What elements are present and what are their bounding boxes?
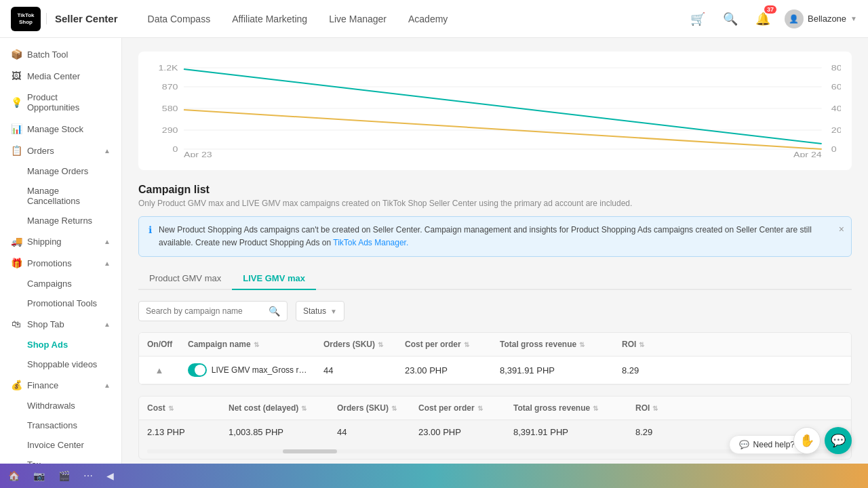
sort-icon[interactable]: ⇅	[378, 341, 383, 348]
sidebar-item-batch-tool[interactable]: 📦 Batch Tool	[0, 43, 121, 65]
sub-th-orders: Orders (SKU) ⇅	[329, 396, 410, 420]
sidebar-sub-shoppable-videos[interactable]: Shoppable videos	[0, 354, 121, 374]
tab-product-gmv-max[interactable]: Product GMV max	[138, 268, 232, 290]
sidebar-item-shipping[interactable]: 🚚 Shipping ▲	[0, 230, 121, 252]
sidebar-label: Batch Tool	[27, 49, 68, 60]
sidebar-sub-manage-returns[interactable]: Manage Returns	[0, 211, 121, 230]
sidebar-label: Finance	[27, 380, 58, 390]
tiktok-ads-manager-link-1[interactable]: TikTok Ads Manager.	[333, 238, 408, 247]
nav-affiliate-marketing[interactable]: Affiliate Marketing	[224, 9, 315, 28]
sort-icon[interactable]: ⇅	[593, 405, 598, 412]
sidebar-sub-manage-orders[interactable]: Manage Orders	[0, 161, 121, 181]
th-on-off: On/Off	[139, 333, 180, 356]
nav-live-manager[interactable]: Live Manager	[321, 9, 395, 28]
svg-text:60: 60	[831, 83, 841, 91]
sidebar-sub-campaigns[interactable]: Campaigns	[0, 274, 121, 293]
banner-close-button[interactable]: ×	[839, 224, 844, 235]
notification-badge: 37	[764, 5, 776, 14]
search-icon-button[interactable]: 🔍	[719, 8, 741, 30]
sub-th-roi: ROI ⇅	[627, 396, 682, 420]
sidebar-label: Media Center	[27, 71, 80, 81]
sub-th-net-cost: Net cost (delayed) ⇅	[220, 396, 329, 420]
table-header: On/Off Campaign name ⇅ Orders (SKU) ⇅ Co…	[139, 333, 851, 357]
user-area[interactable]: 👤 Bellazone ▼	[785, 9, 857, 28]
sidebar-sub-transactions[interactable]: Transactions	[0, 415, 121, 435]
bottom-bar: 🏠 📷 🎬 ⋯ ◀	[0, 464, 868, 488]
main-content: 1.2K 870 580 290 0 80 60 40 20 0	[122, 38, 868, 488]
bottom-camera-icon[interactable]: 📷	[33, 470, 45, 481]
sidebar-item-orders[interactable]: 📋 Orders ▲	[0, 140, 121, 161]
sidebar-item-promotions[interactable]: 🎁 Promotions ▲	[0, 252, 121, 274]
sort-icon[interactable]: ⇅	[464, 341, 469, 348]
promotions-icon: 🎁	[11, 258, 22, 268]
search-input[interactable]	[146, 306, 264, 316]
sidebar-sub-shop-ads[interactable]: Shop Ads	[0, 335, 121, 354]
toggle-dot	[195, 365, 205, 375]
sub-row-orders: 44	[329, 420, 410, 444]
bottom-home-icon[interactable]: 🏠	[8, 470, 20, 481]
tiktok-logo: TikTok Shop	[11, 7, 41, 31]
svg-text:0: 0	[173, 146, 178, 153]
sidebar-label: Shop Tab	[27, 319, 64, 329]
nav-data-compass[interactable]: Data Compass	[140, 9, 219, 28]
th-total-gross: Total gross revenue ⇅	[492, 333, 614, 356]
sub-row-net-cost: 1,003.85 PHP	[220, 420, 329, 444]
sidebar-label: Manage Stock	[27, 124, 83, 134]
row-expand-button[interactable]: ▲	[139, 357, 180, 384]
svg-text:870: 870	[162, 83, 178, 91]
notification-button[interactable]: 🔔 37	[752, 8, 774, 30]
sidebar-sub-withdrawals[interactable]: Withdrawals	[0, 396, 121, 415]
finance-icon: 💰	[11, 380, 22, 390]
bottom-video-icon[interactable]: 🎬	[58, 470, 70, 481]
sub-row-roi: 8.29	[627, 420, 682, 444]
sort-icon[interactable]: ⇅	[652, 405, 658, 412]
sub-th-cost: Cost ⇅	[139, 396, 220, 420]
sidebar-sub-promotional-tools[interactable]: Promotional Tools	[0, 293, 121, 313]
th-orders: Orders (SKU) ⇅	[315, 333, 397, 356]
tab-live-gmv-max[interactable]: LIVE GMV max	[232, 268, 316, 290]
sort-icon[interactable]: ⇅	[254, 341, 259, 348]
bottom-more-icon[interactable]: ⋯	[83, 470, 93, 481]
chevron-down-icon: ▼	[330, 308, 337, 315]
seller-center-label: Seller Center	[46, 13, 118, 24]
sidebar-item-manage-stock[interactable]: 📊 Manage Stock	[0, 118, 121, 140]
sort-icon[interactable]: ⇅	[639, 341, 644, 348]
nav-academy[interactable]: Academy	[400, 9, 456, 28]
shop-tab-icon: 🛍	[11, 319, 22, 329]
status-select[interactable]: Status ▼	[296, 301, 344, 321]
sort-icon[interactable]: ⇅	[477, 405, 483, 412]
product-opp-icon: 💡	[11, 97, 22, 108]
sidebar-sub-invoice-center[interactable]: Invoice Center	[0, 435, 121, 455]
sidebar-label: Product Opportunities	[27, 92, 111, 113]
chat-fab-button[interactable]: 💬	[825, 427, 852, 454]
sidebar-item-shop-tab[interactable]: 🛍 Shop Tab ▲	[0, 313, 121, 335]
help-bubble-icon: 💬	[739, 440, 749, 449]
sidebar-item-media-center[interactable]: 🖼 Media Center	[0, 65, 121, 87]
sort-icon[interactable]: ⇅	[579, 341, 585, 348]
search-box[interactable]: 🔍	[138, 301, 288, 321]
cursor-fab-button[interactable]: ✋	[793, 427, 821, 454]
orders-icon: 📋	[11, 145, 22, 156]
status-label: Status	[303, 306, 326, 316]
logo-text: TikTok Shop	[11, 12, 41, 25]
sort-icon[interactable]: ⇅	[301, 405, 307, 412]
svg-text:20: 20	[831, 127, 841, 134]
svg-text:80: 80	[831, 64, 841, 72]
sidebar-sub-manage-cancellations[interactable]: Manage Cancellations	[0, 181, 121, 211]
avatar: 👤	[785, 9, 804, 28]
row-orders: 44	[315, 357, 397, 384]
sidebar-item-finance[interactable]: 💰 Finance ▲	[0, 374, 121, 396]
campaign-toggle[interactable]	[188, 363, 207, 377]
media-center-icon: 🖼	[11, 70, 22, 81]
svg-text:Apr 23: Apr 23	[184, 151, 212, 157]
sidebar-item-product-opportunities[interactable]: 💡 Product Opportunities	[0, 87, 121, 118]
logo-area[interactable]: TikTok Shop Seller Center	[11, 7, 118, 31]
chevron-up-icon: ▲	[104, 382, 111, 389]
bottom-back-icon[interactable]: ◀	[106, 470, 114, 481]
sort-icon[interactable]: ⇅	[391, 405, 397, 412]
shipping-icon: 🚚	[11, 236, 22, 247]
row-roi: 8.29	[614, 357, 668, 384]
sort-icon[interactable]: ⇅	[168, 405, 174, 412]
svg-text:40: 40	[831, 105, 841, 113]
shop-icon-button[interactable]: 🛒	[687, 8, 709, 30]
